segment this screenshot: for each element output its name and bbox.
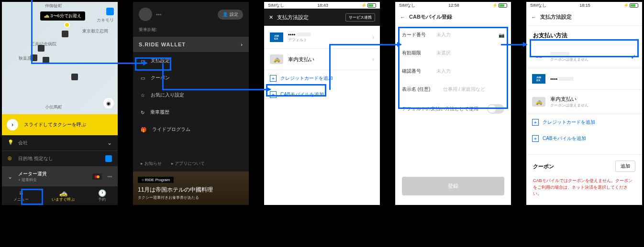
header-title: CABモバイル登録 bbox=[409, 13, 452, 21]
nav-reserve[interactable]: 🕐予約 bbox=[98, 189, 106, 202]
slide-handle[interactable]: › bbox=[7, 119, 18, 130]
pickup-badge: 🚕 3〜6分でお迎え bbox=[40, 11, 85, 21]
link-news[interactable]: ▸ お知らせ bbox=[141, 161, 162, 167]
payment-incar[interactable]: 🚕 車内支払い › bbox=[264, 49, 380, 70]
service-link-button[interactable]: サービス連携 bbox=[345, 13, 375, 21]
screen-map: 仲御徒町 カキモリ 東京都立忍岡 三井記念病院 秋葉原 小伝馬町 🚕 3〜6分で… bbox=[2, 2, 118, 205]
back-icon[interactable]: ← bbox=[531, 14, 536, 20]
chevron-down-icon: ⌄ bbox=[107, 140, 112, 146]
route-icon[interactable] bbox=[105, 155, 112, 162]
pickup-pin[interactable] bbox=[64, 22, 70, 28]
taxi-icon: 🚕 bbox=[532, 97, 545, 107]
wallet-header[interactable]: S.RIDE WALLET› bbox=[133, 37, 249, 52]
person-icon: 👤 bbox=[222, 12, 228, 17]
taxi-icon: 🚕 bbox=[270, 54, 283, 64]
footer-links: ▸ お知らせ ▸ アプリについて bbox=[133, 156, 249, 172]
star-icon: ☆ bbox=[141, 93, 145, 98]
car-icon bbox=[62, 31, 68, 37]
menu-history[interactable]: ↻乗車履歴 bbox=[133, 104, 249, 121]
destination-selector[interactable]: ◎目的地 指定なし bbox=[2, 151, 118, 167]
header: ← CABモバイル登録 bbox=[395, 9, 511, 26]
ticket-icon: ▭ bbox=[141, 75, 145, 81]
payment-incar[interactable]: 🚕 車内支払いクーポンは使えません bbox=[526, 90, 642, 114]
layers-icon[interactable] bbox=[106, 8, 114, 15]
amex-icon: AMEX bbox=[532, 74, 545, 84]
plus-icon: + bbox=[532, 135, 539, 142]
warning-text: CABモバイルではクーポンを使えません。クーポンをご利用の場合は、ネット決済を選… bbox=[526, 178, 642, 197]
highlight-menu bbox=[21, 189, 43, 205]
highlight-payment bbox=[135, 57, 171, 71]
company-selector[interactable]: 💡会社⌄ bbox=[2, 135, 118, 151]
bottom-nav: ≡メニュー 🚕いますぐ呼ぶ 🕐予約 bbox=[2, 186, 118, 205]
chevron-right-icon: › bbox=[372, 56, 374, 63]
promo-banner[interactable]: ○ RIDE Program 11月は帝国ホテルの中國料理 タクシー迎車付きお食… bbox=[133, 172, 249, 205]
highlight-cab-item bbox=[530, 39, 639, 57]
screen-drawer: ••• 👤設定 乗車距離: S.RIDE WALLET› ▭支払設定 ▭クーポン… bbox=[133, 2, 249, 205]
payment-amex[interactable]: AMEX •••• bbox=[526, 68, 642, 90]
history-icon: ↻ bbox=[141, 110, 144, 115]
header-title: 支払方法設定 bbox=[277, 14, 309, 21]
highlight-form bbox=[398, 27, 508, 109]
header: ← 支払方法設定 bbox=[526, 9, 642, 26]
add-cab-mobile[interactable]: +CABモバイルを追加 bbox=[526, 130, 642, 147]
register-button[interactable]: 登録 bbox=[402, 177, 504, 195]
nav-call-now[interactable]: 🚕いますぐ呼ぶ bbox=[52, 189, 75, 202]
highlight-add-cab bbox=[266, 84, 326, 97]
coupon-section: クーポン 追加 bbox=[526, 154, 642, 178]
status-bar: SIMなし18:43⚡ bbox=[264, 2, 380, 9]
map-area[interactable]: 仲御徒町 カキモリ 東京都立忍岡 三井記念病院 秋葉原 小伝馬町 🚕 3〜6分で… bbox=[2, 2, 118, 114]
avatar bbox=[139, 8, 152, 21]
chevron-right-icon: › bbox=[372, 34, 374, 41]
fare-row[interactable]: ⌄ メーター運賃+ 迎車料金 ••• bbox=[2, 167, 118, 186]
plus-icon: + bbox=[270, 75, 277, 82]
flow-arrow-3 bbox=[329, 44, 401, 45]
menu-ride-program[interactable]: 🎁ライドプログラム bbox=[133, 121, 249, 138]
status-bar: SIMなし18:15⚡ bbox=[526, 2, 642, 9]
locate-icon[interactable]: ◉ bbox=[103, 98, 114, 108]
add-credit-card[interactable]: +クレジットカードを追加 bbox=[526, 114, 642, 130]
screen-payment-list-final: SIMなし18:15⚡ ← 支払方法設定 お支払い方法 CAB クーポンは使えま… bbox=[526, 2, 642, 205]
link-about[interactable]: ▸ アプリについて bbox=[171, 161, 205, 167]
screen-payment-list: SIMなし18:43⚡ ✕ 支払方法設定 サービス連携 AMEX •••• デフ… bbox=[264, 2, 380, 205]
screen-cab-register: SIMなし12:58⚡ ← CABモバイル登録 カード番号未入力📷 有効期限未選… bbox=[395, 2, 511, 205]
settings-button[interactable]: 👤設定 bbox=[218, 10, 243, 20]
back-icon[interactable]: ← bbox=[400, 14, 405, 20]
chevron-right-icon: › bbox=[241, 42, 243, 47]
add-coupon-button[interactable]: 追加 bbox=[615, 161, 635, 172]
close-icon[interactable]: ✕ bbox=[269, 14, 273, 21]
flow-arrow-2 bbox=[162, 89, 270, 90]
flow-arrow-4 bbox=[501, 44, 527, 45]
header-title: 支払方法設定 bbox=[540, 13, 572, 21]
plus-icon: + bbox=[532, 119, 539, 126]
car-icon bbox=[38, 45, 44, 52]
menu-coupon[interactable]: ▭クーポン bbox=[133, 69, 249, 86]
target-icon: ◎ bbox=[8, 155, 14, 162]
profile-header: ••• 👤設定 bbox=[133, 2, 249, 27]
bulb-icon: 💡 bbox=[8, 140, 14, 146]
mastercard-icon bbox=[92, 173, 102, 180]
car-icon bbox=[71, 74, 78, 80]
flow-arrow-1 bbox=[31, 63, 147, 64]
distance-label: 乗車距離: bbox=[133, 27, 249, 37]
amex-icon: AMEX bbox=[270, 32, 283, 42]
gift-icon: 🎁 bbox=[141, 127, 146, 132]
chevron-down-icon: ⌄ bbox=[8, 173, 12, 180]
header: ✕ 支払方法設定 サービス連携 bbox=[264, 9, 380, 26]
status-bar: SIMなし12:58⚡ bbox=[395, 2, 511, 9]
slide-to-call[interactable]: › スライドしてタクシーを呼ぶ bbox=[2, 114, 118, 135]
